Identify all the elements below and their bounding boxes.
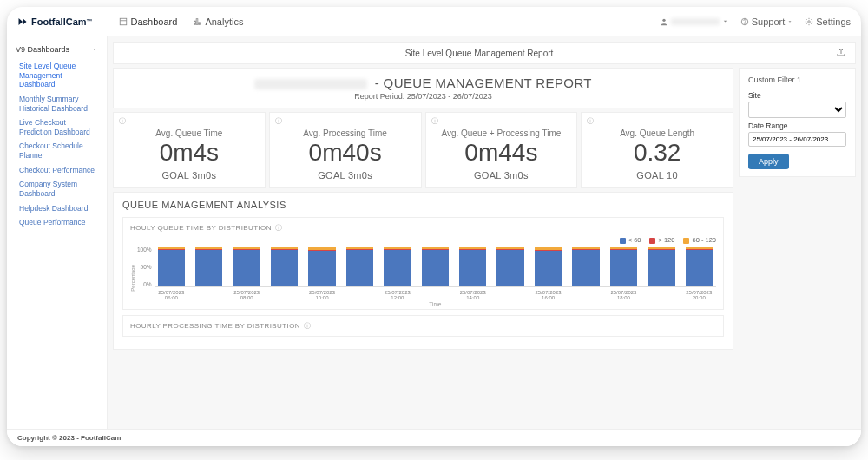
x-tick: 25/07/2023 18:00: [610, 290, 637, 300]
kpi-label: Avg. Queue Length: [587, 128, 727, 138]
report-title-suffix: - QUEUE MANAGEMENT REPORT: [371, 76, 592, 90]
x-tick: 25/07/2023 12:00: [384, 290, 411, 300]
sidebar-item-7[interactable]: Queue Performance: [7, 215, 107, 230]
support-label: Support: [752, 16, 786, 27]
brand-logo: FootfallCam™: [17, 16, 93, 27]
filter-header: Custom Filter 1: [748, 76, 846, 84]
sidebar-header[interactable]: V9 Dashboards: [7, 42, 107, 59]
info-icon[interactable]: ⓘ: [431, 116, 438, 126]
support-link[interactable]: Support: [740, 16, 793, 27]
report-title-bar: Site Level Queue Management Report: [113, 42, 856, 64]
bar[interactable]: [271, 247, 298, 286]
kpi-card-0: ⓘAvg. Queue Time0m4sGOAL 3m0s: [113, 112, 266, 188]
report-title: - QUEUE MANAGEMENT REPORT: [122, 76, 724, 90]
sidebar-item-4[interactable]: Checkout Performance: [7, 163, 107, 178]
kpi-goal: GOAL 3m0s: [119, 170, 260, 181]
footer-text: Copyright © 2023 - FootfallCam: [17, 434, 121, 442]
sidebar-item-6[interactable]: Helpdesk Dashboard: [7, 201, 107, 216]
x-tick: 25/07/2023 06:00: [158, 290, 185, 300]
apply-button[interactable]: Apply: [748, 154, 789, 169]
gear-icon: [805, 17, 813, 26]
kpi-label: Avg. Queue Time: [119, 128, 260, 138]
sidebar-item-3[interactable]: Checkout Schedule Planner: [7, 139, 107, 162]
bar[interactable]: [459, 247, 486, 286]
svg-point-5: [662, 18, 665, 21]
kpi-label: Avg. Queue + Processing Time: [431, 128, 572, 138]
x-tick: [271, 290, 298, 300]
info-icon[interactable]: ⓘ: [587, 116, 594, 126]
sidebar-item-1[interactable]: Monthly Summary Historical Dashboard: [7, 92, 107, 115]
tab-dashboard-label: Dashboard: [131, 16, 178, 27]
bar[interactable]: [535, 247, 562, 286]
bar[interactable]: [158, 247, 185, 286]
kpi-value: 0m40s: [275, 140, 416, 165]
chart-legend: < 60> 12060 - 120: [130, 236, 716, 244]
sidebar: V9 Dashboards Site Level Queue Managemen…: [7, 36, 108, 429]
bar[interactable]: [422, 247, 449, 286]
date-range-label: Date Range: [748, 122, 846, 130]
settings-link[interactable]: Settings: [805, 16, 851, 27]
info-icon[interactable]: ⓘ: [119, 116, 126, 126]
export-icon[interactable]: [836, 47, 846, 59]
date-range-input[interactable]: [748, 132, 846, 147]
bar[interactable]: [346, 247, 373, 286]
x-axis-label: Time: [155, 301, 716, 307]
info-icon[interactable]: ⓘ: [275, 223, 282, 233]
sidebar-item-2[interactable]: Live Checkout Prediction Dashboard: [7, 115, 107, 139]
bar[interactable]: [648, 247, 674, 286]
site-select[interactable]: [748, 102, 846, 118]
kpi-card-2: ⓘAvg. Queue + Processing Time0m44sGOAL 3…: [425, 112, 578, 188]
bar[interactable]: [496, 247, 523, 286]
chart2-title: HOURLY PROCESSING TIME BY DISTRIBUTIONⓘ: [130, 321, 716, 331]
site-label: Site: [748, 91, 846, 100]
sidebar-item-5[interactable]: Company System Dashboard: [7, 177, 107, 200]
bar-chart: [155, 247, 716, 287]
report-header: - QUEUE MANAGEMENT REPORT Report Period:…: [113, 68, 733, 108]
sidebar-item-0[interactable]: Site Level Queue Management Dashboard: [7, 59, 107, 92]
legend-item[interactable]: 60 - 120: [683, 236, 716, 244]
chevron-down-icon: [787, 19, 792, 24]
info-icon[interactable]: ⓘ: [275, 116, 282, 126]
bar[interactable]: [572, 247, 599, 286]
main-content: Site Level Queue Management Report - QUE…: [108, 36, 861, 429]
analysis-panel: QUEUE MANAGEMENT ANALYSIS HOULY QUEUE TI…: [113, 192, 733, 350]
x-tick: [195, 290, 222, 300]
user-name-blur: [671, 18, 720, 25]
user-menu[interactable]: [660, 17, 728, 26]
bar[interactable]: [384, 247, 411, 286]
tab-dashboard[interactable]: Dashboard: [119, 16, 178, 27]
x-tick: 25/07/2023 20:00: [686, 290, 713, 300]
chart-hourly-queue-time: HOULY QUEUE TIME BY DISTRIBUTIONⓘ < 60> …: [122, 217, 724, 310]
kpi-card-1: ⓘAvg. Processing Time0m40sGOAL 3m0s: [269, 112, 422, 188]
bar[interactable]: [610, 247, 637, 286]
x-tick: 25/07/2023 08:00: [233, 290, 260, 300]
bar[interactable]: [686, 247, 713, 286]
svg-rect-4: [199, 22, 201, 23]
kpi-goal: GOAL 10: [587, 170, 727, 181]
x-tick: 25/07/2023 14:00: [459, 290, 486, 300]
x-tick: 25/07/2023 10:00: [308, 290, 335, 300]
topnav-tabs: Dashboard Analytics: [119, 16, 244, 27]
tab-analytics-label: Analytics: [205, 16, 243, 27]
x-tick: [422, 290, 449, 300]
chevron-down-icon: [91, 46, 98, 53]
bar[interactable]: [308, 247, 335, 286]
filter-panel: Custom Filter 1 Site Date Range Apply: [739, 68, 856, 177]
topbar-right: Support Settings: [660, 16, 851, 27]
kpi-goal: GOAL 3m0s: [431, 170, 572, 181]
kpi-card-3: ⓘAvg. Queue Length0.32GOAL 10: [581, 112, 733, 188]
x-tick: [648, 290, 674, 300]
bar[interactable]: [195, 247, 222, 286]
report-period: Report Period: 25/07/2023 - 26/07/2023: [122, 92, 724, 101]
tab-analytics[interactable]: Analytics: [193, 16, 243, 27]
legend-item[interactable]: < 60: [620, 236, 641, 244]
legend-item[interactable]: > 120: [649, 236, 674, 244]
x-tick: [346, 290, 373, 300]
analytics-icon: [193, 17, 201, 26]
info-icon[interactable]: ⓘ: [304, 321, 311, 331]
svg-rect-3: [197, 18, 199, 24]
kpi-value: 0.32: [587, 140, 727, 165]
x-axis: 25/07/2023 06:0025/07/2023 08:0025/07/20…: [155, 287, 716, 300]
kpi-row: ⓘAvg. Queue Time0m4sGOAL 3m0sⓘAvg. Proce…: [113, 112, 733, 188]
bar[interactable]: [233, 247, 260, 286]
